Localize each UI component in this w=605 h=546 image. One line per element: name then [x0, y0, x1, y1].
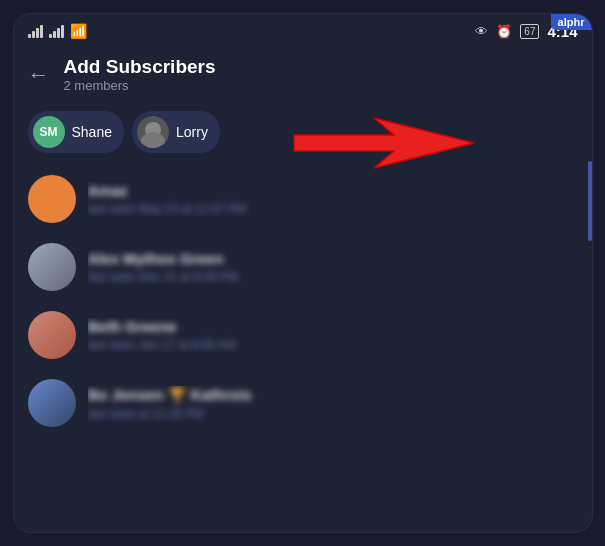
header: ← Add Subscribers 2 members — [14, 46, 592, 103]
chip-shane[interactable]: SM Shane — [28, 111, 124, 153]
status-left: 📶 — [28, 23, 87, 39]
battery-level: 67 — [520, 24, 539, 39]
contact-lastseen-3: last seen Jan 17 at 8:08 AM — [88, 338, 578, 352]
eye-icon: 👁 — [475, 24, 488, 39]
avatar-shane: SM — [33, 116, 65, 148]
avatar-contact3 — [28, 311, 76, 359]
member-count: 2 members — [64, 78, 216, 93]
contact-name-3: Beth Greene — [88, 318, 578, 335]
status-bar: 📶 👁 ⏰ 67 4:14 — [14, 14, 592, 46]
list-item[interactable]: Beth Greene last seen Jan 17 at 8:08 AM — [14, 301, 592, 369]
alphr-badge: alphr — [551, 14, 592, 30]
wifi-icon: 📶 — [70, 23, 87, 39]
avatar-contact4 — [28, 379, 76, 427]
contact-list[interactable]: Amaz last seen May 23 at 11:07 PM Alex M… — [14, 161, 592, 532]
contact-lastseen-1: last seen May 23 at 11:07 PM — [88, 202, 578, 216]
contact-name-1: Amaz — [88, 182, 578, 199]
list-item[interactable]: Alex Mythos Green last seen Dec 21 at 9:… — [14, 233, 592, 301]
avatar-lorry — [137, 116, 169, 148]
contact-info-2: Alex Mythos Green last seen Dec 21 at 9:… — [88, 250, 578, 284]
avatar-contact2 — [28, 243, 76, 291]
list-item[interactable]: Amaz last seen May 23 at 11:07 PM — [14, 165, 592, 233]
phone-frame: alphr 📶 👁 ⏰ 67 4:14 ← Add Subscribers 2 … — [13, 13, 593, 533]
contact-lastseen-2: last seen Dec 21 at 9:09 PM — [88, 270, 578, 284]
contact-name-4: Bo Jensen 🏆 Kathrois — [88, 386, 578, 404]
scrollbar-indicator — [588, 161, 592, 241]
contact-info-4: Bo Jensen 🏆 Kathrois last seen at 11:25 … — [88, 386, 578, 421]
chips-area: SM Shane Lorry — [14, 103, 592, 161]
page-title: Add Subscribers — [64, 56, 216, 78]
header-info: Add Subscribers 2 members — [64, 56, 216, 93]
signal-icon-1 — [28, 24, 43, 38]
contact-info-3: Beth Greene last seen Jan 17 at 8:08 AM — [88, 318, 578, 352]
chip-lorry[interactable]: Lorry — [132, 111, 220, 153]
contact-lastseen-4: last seen at 11:25 PM — [88, 407, 578, 421]
contact-name-2: Alex Mythos Green — [88, 250, 578, 267]
back-button[interactable]: ← — [28, 64, 50, 86]
chip-lorry-label: Lorry — [176, 124, 208, 140]
alarm-icon: ⏰ — [496, 24, 512, 39]
chip-shane-label: Shane — [72, 124, 112, 140]
contact-info-1: Amaz last seen May 23 at 11:07 PM — [88, 182, 578, 216]
signal-icon-2 — [49, 24, 64, 38]
list-item[interactable]: Bo Jensen 🏆 Kathrois last seen at 11:25 … — [14, 369, 592, 437]
avatar-contact1 — [28, 175, 76, 223]
